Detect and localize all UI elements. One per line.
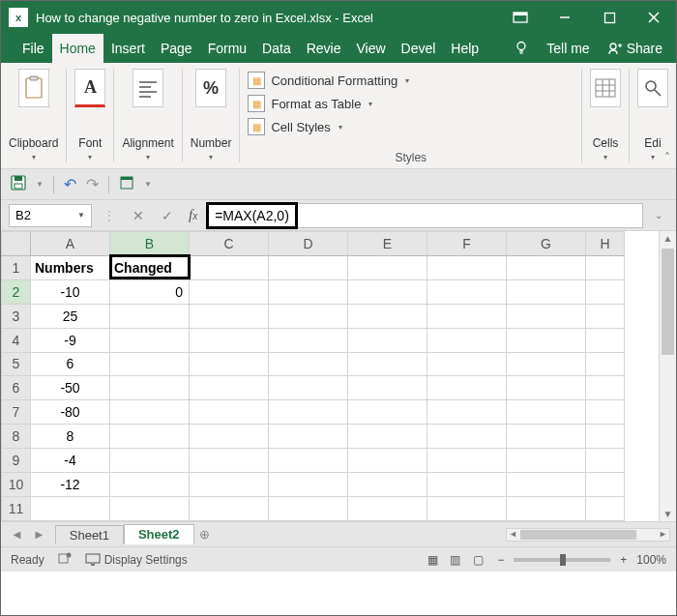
editing-icon[interactable] <box>637 69 668 107</box>
cell-A8[interactable]: 8 <box>31 425 110 449</box>
col-header-H[interactable]: H <box>586 232 625 256</box>
cell[interactable] <box>507 352 586 376</box>
zoom-level[interactable]: 100% <box>636 553 666 567</box>
cell[interactable] <box>348 255 427 279</box>
undo-button[interactable]: ↶ <box>64 175 76 193</box>
cell[interactable] <box>348 304 427 328</box>
cell[interactable] <box>427 425 507 449</box>
cell-A4[interactable]: -9 <box>31 328 110 352</box>
cell[interactable] <box>348 449 427 473</box>
cell[interactable] <box>269 352 348 376</box>
col-header-E[interactable]: E <box>348 232 427 256</box>
cell-styles-button[interactable]: ▦ Cell Styles▾ <box>248 115 574 138</box>
row-header-5[interactable]: 5 <box>2 352 31 376</box>
cell[interactable] <box>110 304 190 328</box>
cell[interactable] <box>507 400 586 425</box>
row-header-8[interactable]: 8 <box>2 425 31 449</box>
cell[interactable] <box>190 425 269 449</box>
cell[interactable] <box>190 279 269 304</box>
tab-view[interactable]: View <box>348 34 393 63</box>
number-icon[interactable]: % <box>195 69 226 107</box>
tab-review[interactable]: Revie <box>299 34 349 63</box>
row-header-11[interactable]: 11 <box>2 496 31 520</box>
tab-home[interactable]: Home <box>52 34 103 63</box>
minimize-button[interactable] <box>543 1 587 34</box>
cell[interactable] <box>586 352 625 376</box>
tab-developer[interactable]: Devel <box>394 34 444 63</box>
row-header-9[interactable]: 9 <box>2 449 31 473</box>
scroll-right-icon[interactable]: ► <box>659 529 667 539</box>
row-header-4[interactable]: 4 <box>2 328 31 352</box>
sheet-nav-next-icon[interactable]: ► <box>33 527 45 542</box>
cell[interactable] <box>586 400 625 425</box>
cell[interactable] <box>110 425 190 449</box>
page-break-view-button[interactable]: ▢ <box>468 553 487 567</box>
cell[interactable] <box>348 400 427 425</box>
cell[interactable] <box>269 279 348 304</box>
close-button[interactable] <box>632 1 676 34</box>
cell-A3[interactable]: 25 <box>31 304 110 328</box>
cell[interactable] <box>190 496 269 520</box>
col-header-A[interactable]: A <box>31 232 110 256</box>
row-header-10[interactable]: 10 <box>2 473 31 497</box>
expand-formula-bar-icon[interactable]: ⌄ <box>649 210 668 220</box>
save-button[interactable] <box>11 175 26 193</box>
cell-A9[interactable]: -4 <box>31 449 110 473</box>
cell[interactable] <box>586 304 625 328</box>
cell[interactable] <box>507 425 586 449</box>
customize-qat-icon[interactable] <box>119 175 134 193</box>
cell[interactable] <box>586 449 625 473</box>
maximize-button[interactable] <box>587 1 632 34</box>
format-as-table-button[interactable]: ▦ Format as Table▾ <box>248 92 574 115</box>
cell-A2[interactable]: -10 <box>31 279 110 304</box>
cell[interactable] <box>269 473 348 497</box>
page-layout-view-button[interactable]: ▥ <box>446 553 465 567</box>
normal-view-button[interactable]: ▦ <box>424 553 443 567</box>
tab-data[interactable]: Data <box>254 34 299 63</box>
zoom-slider[interactable] <box>514 558 610 562</box>
cell[interactable] <box>110 376 190 400</box>
cell[interactable] <box>190 449 269 473</box>
cell[interactable] <box>190 304 269 328</box>
col-header-C[interactable]: C <box>190 232 269 256</box>
cell[interactable] <box>269 400 348 425</box>
name-box[interactable]: B2 ▼ <box>9 204 92 227</box>
cell[interactable] <box>427 496 507 520</box>
fx-icon[interactable]: fx <box>185 207 201 223</box>
alignment-icon[interactable] <box>132 69 163 107</box>
cell[interactable] <box>348 425 427 449</box>
cell[interactable] <box>269 304 348 328</box>
formula-input[interactable]: =MAX(A2,0) <box>207 203 643 228</box>
vertical-scrollbar[interactable]: ▲ ▼ <box>659 231 676 521</box>
horizontal-scrollbar[interactable]: ◄ ► <box>506 528 670 542</box>
cell[interactable] <box>190 400 269 425</box>
cell[interactable] <box>269 496 348 520</box>
cell[interactable] <box>110 496 190 520</box>
cell[interactable] <box>269 425 348 449</box>
cell[interactable] <box>269 449 348 473</box>
row-header-1[interactable]: 1 <box>2 255 31 279</box>
cell[interactable] <box>110 328 190 352</box>
cell[interactable] <box>190 376 269 400</box>
cell[interactable] <box>110 352 190 376</box>
scroll-thumb[interactable] <box>662 249 674 355</box>
cell-B1[interactable]: Changed <box>110 255 190 279</box>
cell[interactable] <box>348 473 427 497</box>
tab-insert[interactable]: Insert <box>103 34 153 63</box>
cell[interactable] <box>507 473 586 497</box>
cell[interactable] <box>507 496 586 520</box>
cell[interactable] <box>427 473 507 497</box>
collapse-ribbon-icon[interactable]: ˄ <box>664 151 670 164</box>
tab-formulas[interactable]: Formu <box>200 34 254 63</box>
cell-A6[interactable]: -50 <box>31 376 110 400</box>
worksheet-grid[interactable]: A B C D E F G H 1 Numbers Changed 2 -10 … <box>1 231 676 521</box>
cell[interactable] <box>586 473 625 497</box>
cell[interactable] <box>586 279 625 304</box>
sheet-tab-2[interactable]: Sheet2 <box>124 524 194 544</box>
cell[interactable] <box>586 376 625 400</box>
select-all-corner[interactable] <box>2 232 31 256</box>
hscroll-thumb[interactable] <box>520 530 636 540</box>
clipboard-icon[interactable] <box>18 69 49 107</box>
cell[interactable] <box>427 400 507 425</box>
cell[interactable] <box>190 255 269 279</box>
